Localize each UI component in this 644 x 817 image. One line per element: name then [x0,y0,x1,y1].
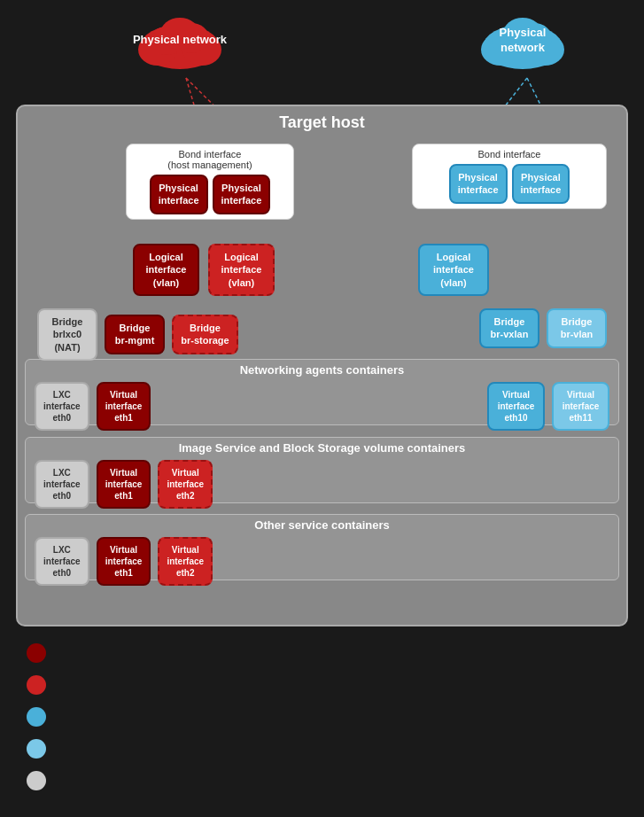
legend-dot-blue [27,707,46,727]
bond-right-label: Bond interface [417,149,601,160]
target-host-label: Target host [279,113,365,132]
target-host-box: Target host Bond interface(host manageme… [16,105,628,626]
phys-iface-left-1: Physicalinterface [150,175,208,214]
logical-iface-3: Logicalinterface(vlan) [418,244,489,296]
cloud-right: Physicalnetwork [474,7,571,74]
other-services-label: Other service containers [26,515,618,532]
legend-dot-red [27,675,46,695]
legend-item-4 [27,739,46,759]
legend [27,643,46,790]
legend-item-1 [27,643,46,663]
virt-eth1-img: Virtualinterfaceeth1 [97,460,151,509]
image-block-container: Image Service and Block Storage volume c… [25,437,619,503]
bridge-brlxc0: Bridgebrlxc0(NAT) [37,308,97,361]
image-block-label: Image Service and Block Storage volume c… [26,438,618,455]
bridge-br-storage: Bridgebr-storage [172,315,238,354]
legend-item-3 [27,707,46,727]
logical-iface-1: Logicalinterface(vlan) [133,244,199,296]
virt-eth10-net: Virtualinterfaceeth10 [487,382,545,431]
legend-dot-light-blue [27,739,46,759]
phys-iface-right-2: Physicalinterface [512,164,570,204]
legend-item-5 [27,771,46,790]
main-container: Physical network Physicalnetwork Target … [0,0,644,817]
bond-left-label: Bond interface(host management) [131,149,289,170]
bridge-br-mgmt: Bridgebr-mgmt [105,315,165,354]
bridges-row: Bridgebrlxc0(NAT) Bridgebr-mgmt Bridgebr… [37,308,238,361]
lxc-eth0-other: LXCinterfaceeth0 [35,537,89,586]
phys-iface-left-2: Physicalinterface [213,175,271,214]
legend-dot-gray [27,771,46,790]
bridge-br-vxlan: Bridgebr-vxlan [479,308,539,348]
virt-eth2-img: Virtualinterfaceeth2 [158,460,213,509]
networking-agents-container: Networking agents containers LXCinterfac… [25,359,619,425]
virt-eth11-net: Virtualinterfaceeth11 [552,382,609,431]
logical-iface-right-wrap: Logicalinterface(vlan) [418,244,489,296]
legend-item-2 [27,675,46,695]
other-services-ifaces: LXCinterfaceeth0 Virtualinterfaceeth1 Vi… [26,533,618,589]
other-services-container: Other service containers LXCinterfaceeth… [25,514,619,580]
lxc-eth0-net: LXCinterfaceeth0 [35,382,89,431]
bond-box-left: Bond interface(host management) Physical… [126,144,294,220]
virt-eth2-other: Virtualinterfaceeth2 [158,537,213,586]
bond-box-right: Bond interface Physicalinterface Physica… [412,144,607,209]
logical-iface-2: Logicalinterface(vlan) [208,244,275,296]
logical-ifaces-row: Logicalinterface(vlan) Logicalinterface(… [133,244,275,296]
cloud-left: Physical network [131,7,229,74]
virt-eth1-net: Virtualinterfaceeth1 [97,382,151,431]
lxc-eth0-img: LXCinterfaceeth0 [35,460,89,509]
bridges-row-right: Bridgebr-vxlan Bridgebr-vlan [479,308,607,348]
phys-iface-right-1: Physicalinterface [449,164,508,204]
legend-dot-dark-red [27,643,46,663]
bridge-br-vlan: Bridgebr-vlan [547,308,607,348]
virt-eth1-other: Virtualinterfaceeth1 [97,537,151,586]
networking-agents-ifaces: LXCinterfaceeth0 Virtualinterfaceeth1 Vi… [26,378,618,434]
networking-agents-label: Networking agents containers [26,360,618,377]
image-block-ifaces: LXCinterfaceeth0 Virtualinterfaceeth1 Vi… [26,456,618,512]
